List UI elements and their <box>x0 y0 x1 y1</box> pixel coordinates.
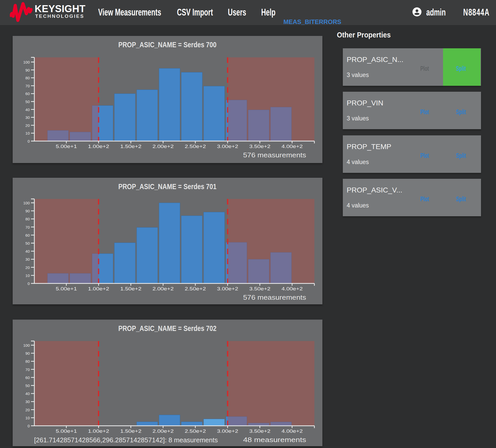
svg-text:0: 0 <box>28 281 30 286</box>
svg-text:60: 60 <box>25 375 30 380</box>
svg-text:80: 80 <box>25 217 30 221</box>
svg-text:48 measurements: 48 measurements <box>243 436 306 444</box>
svg-text:PROP_ASIC_NAME = Serdes 702: PROP_ASIC_NAME = Serdes 702 <box>118 324 216 333</box>
svg-text:1.00e+2: 1.00e+2 <box>88 428 109 434</box>
svg-text:70: 70 <box>25 84 30 88</box>
svg-text:90: 90 <box>25 68 30 72</box>
svg-text:70: 70 <box>25 225 30 229</box>
svg-text:1.50e+2: 1.50e+2 <box>120 286 142 291</box>
svg-text:20: 20 <box>25 408 30 412</box>
svg-text:30: 30 <box>25 257 30 261</box>
svg-text:80: 80 <box>25 76 30 80</box>
svg-text:20: 20 <box>25 265 30 270</box>
svg-text:2.00e+2: 2.00e+2 <box>152 144 174 149</box>
svg-text:20: 20 <box>25 123 30 128</box>
svg-text:1.00e+2: 1.00e+2 <box>88 286 109 291</box>
svg-text:10: 10 <box>25 131 30 135</box>
svg-text:70: 70 <box>25 367 30 372</box>
svg-text:4.00e+2: 4.00e+2 <box>282 286 303 291</box>
svg-text:5.00e+1: 5.00e+1 <box>56 144 77 149</box>
svg-text:2.00e+2: 2.00e+2 <box>152 286 174 291</box>
svg-text:90: 90 <box>25 209 30 213</box>
svg-text:1.50e+2: 1.50e+2 <box>120 428 142 434</box>
svg-text:80: 80 <box>25 359 30 364</box>
svg-text:0: 0 <box>28 424 30 428</box>
svg-text:2.50e+2: 2.50e+2 <box>185 144 206 149</box>
svg-text:0: 0 <box>28 139 30 143</box>
svg-text:40: 40 <box>25 391 30 396</box>
svg-text:40: 40 <box>25 249 30 253</box>
svg-text:[261.71428571428566,296.285714: [261.71428571428566,296.2857142857142]: … <box>34 436 218 444</box>
svg-text:2.50e+2: 2.50e+2 <box>185 286 206 291</box>
svg-text:1.00e+2: 1.00e+2 <box>88 144 109 149</box>
svg-text:50: 50 <box>25 241 30 245</box>
svg-text:2.00e+2: 2.00e+2 <box>152 428 174 434</box>
svg-text:3.00e+2: 3.00e+2 <box>217 428 238 434</box>
svg-text:10: 10 <box>25 273 30 278</box>
svg-text:1.50e+2: 1.50e+2 <box>120 144 142 149</box>
svg-text:3.00e+2: 3.00e+2 <box>217 144 238 149</box>
svg-text:90: 90 <box>25 351 30 356</box>
svg-text:576 measurements: 576 measurements <box>243 151 306 159</box>
svg-text:PROP_ASIC_NAME = Serdes 701: PROP_ASIC_NAME = Serdes 701 <box>118 182 216 191</box>
svg-text:3.50e+2: 3.50e+2 <box>249 286 270 291</box>
svg-text:576 measurements: 576 measurements <box>243 293 306 301</box>
svg-text:50: 50 <box>25 99 30 104</box>
svg-text:30: 30 <box>25 399 30 404</box>
svg-text:PROP_ASIC_NAME = Serdes 700: PROP_ASIC_NAME = Serdes 700 <box>118 40 216 49</box>
svg-text:60: 60 <box>25 233 30 237</box>
svg-text:3.50e+2: 3.50e+2 <box>249 428 270 434</box>
svg-text:5.00e+1: 5.00e+1 <box>56 428 77 434</box>
svg-text:60: 60 <box>25 91 30 96</box>
svg-text:40: 40 <box>25 107 30 112</box>
svg-text:3.50e+2: 3.50e+2 <box>249 144 270 149</box>
svg-text:100: 100 <box>23 343 30 347</box>
svg-text:50: 50 <box>25 383 30 388</box>
svg-text:10: 10 <box>25 416 30 420</box>
svg-text:4.00e+2: 4.00e+2 <box>282 428 303 434</box>
svg-text:3.00e+2: 3.00e+2 <box>217 286 238 291</box>
svg-text:30: 30 <box>25 115 30 120</box>
svg-text:100: 100 <box>23 201 30 205</box>
svg-text:5.00e+1: 5.00e+1 <box>56 286 77 291</box>
svg-text:100: 100 <box>23 60 30 64</box>
svg-text:2.50e+2: 2.50e+2 <box>185 428 206 434</box>
svg-text:4.00e+2: 4.00e+2 <box>282 144 303 149</box>
